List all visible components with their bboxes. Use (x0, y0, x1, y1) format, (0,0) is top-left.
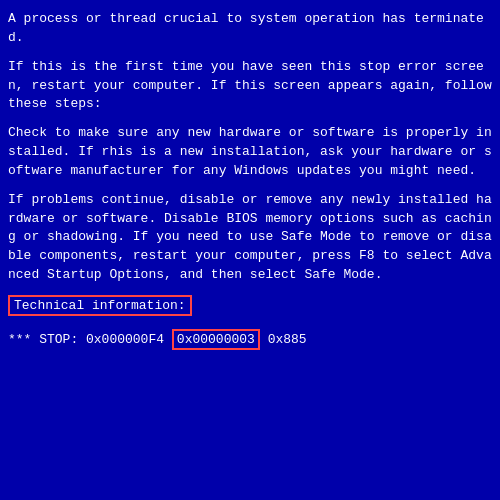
paragraph-2: If this is the first time you have seen … (8, 58, 492, 115)
paragraph-2-text: If this is the first time you have seen … (8, 59, 500, 112)
stop-line: *** STOP: 0x000000F4 0x00000003 0x885 (8, 332, 492, 347)
paragraph-3: Check to make sure any new hardware or s… (8, 124, 492, 181)
technical-info-section: Technical information: (8, 295, 492, 322)
bsod-screen: A process or thread crucial to system op… (0, 0, 500, 500)
paragraph-1-text: A process or thread crucial to system op… (8, 11, 484, 45)
stop-code-highlighted: 0x00000003 (172, 329, 260, 350)
technical-info-label-text: Technical information: (8, 295, 192, 316)
paragraph-1: A process or thread crucial to system op… (8, 10, 492, 48)
paragraph-4: If problems continue, disable or remove … (8, 191, 492, 285)
paragraph-3-text: Check to make sure any new hardware or s… (8, 125, 492, 178)
stop-suffix: 0x885 (260, 332, 307, 347)
paragraph-4-text: If problems continue, disable or remove … (8, 192, 492, 282)
technical-info-label: Technical information: (8, 295, 492, 322)
stop-prefix: *** STOP: 0x000000F4 (8, 332, 172, 347)
